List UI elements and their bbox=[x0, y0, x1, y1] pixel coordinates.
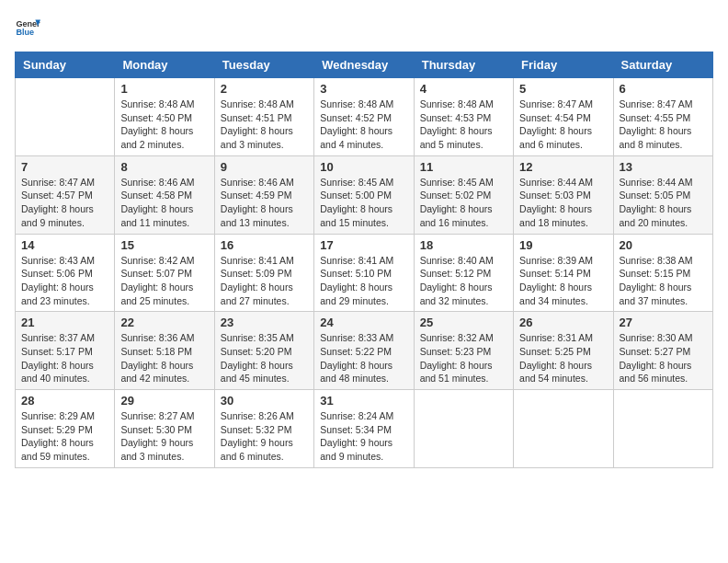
day-number: 5 bbox=[519, 82, 607, 96]
day-number: 11 bbox=[420, 160, 507, 174]
day-number: 22 bbox=[120, 316, 208, 329]
calendar-cell bbox=[514, 390, 613, 468]
calendar-cell: 25Sunrise: 8:32 AM Sunset: 5:23 PM Dayli… bbox=[414, 312, 513, 390]
day-number: 30 bbox=[221, 394, 308, 408]
calendar-cell: 28Sunrise: 8:29 AM Sunset: 5:29 PM Dayli… bbox=[16, 390, 115, 468]
day-number: 1 bbox=[120, 82, 208, 96]
day-info: Sunrise: 8:46 AM Sunset: 4:58 PM Dayligh… bbox=[120, 176, 208, 230]
calendar-cell: 11Sunrise: 8:45 AM Sunset: 5:02 PM Dayli… bbox=[414, 155, 513, 234]
header-day-saturday: Saturday bbox=[613, 52, 712, 78]
day-info: Sunrise: 8:48 AM Sunset: 4:52 PM Dayligh… bbox=[320, 98, 407, 152]
day-info: Sunrise: 8:24 AM Sunset: 5:34 PM Dayligh… bbox=[320, 409, 407, 464]
calendar-cell: 9Sunrise: 8:46 AM Sunset: 4:59 PM Daylig… bbox=[214, 155, 313, 234]
header-day-thursday: Thursday bbox=[414, 52, 513, 78]
day-number: 29 bbox=[120, 394, 208, 408]
calendar-cell: 20Sunrise: 8:38 AM Sunset: 5:15 PM Dayli… bbox=[613, 234, 712, 312]
header: General Blue bbox=[15, 15, 713, 40]
day-number: 21 bbox=[21, 316, 108, 329]
day-number: 17 bbox=[320, 238, 407, 252]
day-number: 18 bbox=[420, 238, 507, 252]
calendar-cell: 19Sunrise: 8:39 AM Sunset: 5:14 PM Dayli… bbox=[514, 234, 613, 312]
day-info: Sunrise: 8:44 AM Sunset: 5:03 PM Dayligh… bbox=[519, 176, 607, 230]
calendar-cell: 8Sunrise: 8:46 AM Sunset: 4:58 PM Daylig… bbox=[115, 155, 214, 234]
calendar-cell bbox=[414, 390, 513, 468]
day-info: Sunrise: 8:44 AM Sunset: 5:05 PM Dayligh… bbox=[620, 176, 707, 230]
day-info: Sunrise: 8:39 AM Sunset: 5:14 PM Dayligh… bbox=[519, 254, 607, 308]
day-info: Sunrise: 8:38 AM Sunset: 5:15 PM Dayligh… bbox=[620, 254, 707, 308]
week-row-2: 14Sunrise: 8:43 AM Sunset: 5:06 PM Dayli… bbox=[16, 234, 713, 312]
day-info: Sunrise: 8:41 AM Sunset: 5:09 PM Dayligh… bbox=[221, 254, 308, 308]
calendar-cell: 22Sunrise: 8:36 AM Sunset: 5:18 PM Dayli… bbox=[115, 312, 214, 390]
day-info: Sunrise: 8:47 AM Sunset: 4:57 PM Dayligh… bbox=[21, 176, 108, 230]
logo-icon: General Blue bbox=[15, 15, 40, 40]
calendar-cell: 10Sunrise: 8:45 AM Sunset: 5:00 PM Dayli… bbox=[314, 155, 414, 234]
week-row-1: 7Sunrise: 8:47 AM Sunset: 4:57 PM Daylig… bbox=[16, 155, 713, 234]
day-info: Sunrise: 8:43 AM Sunset: 5:06 PM Dayligh… bbox=[21, 254, 108, 308]
header-day-wednesday: Wednesday bbox=[314, 52, 414, 78]
day-info: Sunrise: 8:47 AM Sunset: 4:55 PM Dayligh… bbox=[620, 98, 707, 152]
day-info: Sunrise: 8:30 AM Sunset: 5:27 PM Dayligh… bbox=[620, 331, 707, 385]
day-number: 24 bbox=[320, 316, 407, 329]
day-number: 20 bbox=[620, 238, 707, 252]
calendar-cell: 30Sunrise: 8:26 AM Sunset: 5:32 PM Dayli… bbox=[214, 390, 313, 468]
day-number: 7 bbox=[21, 160, 108, 174]
week-row-3: 21Sunrise: 8:37 AM Sunset: 5:17 PM Dayli… bbox=[16, 312, 713, 390]
day-number: 8 bbox=[120, 160, 208, 174]
day-number: 12 bbox=[519, 160, 607, 174]
day-number: 15 bbox=[120, 238, 208, 252]
calendar-cell: 2Sunrise: 8:48 AM Sunset: 4:51 PM Daylig… bbox=[214, 78, 313, 156]
day-info: Sunrise: 8:45 AM Sunset: 5:02 PM Dayligh… bbox=[420, 176, 507, 230]
header-day-friday: Friday bbox=[514, 52, 613, 78]
header-day-tuesday: Tuesday bbox=[214, 52, 313, 78]
day-info: Sunrise: 8:42 AM Sunset: 5:07 PM Dayligh… bbox=[120, 254, 208, 308]
header-day-sunday: Sunday bbox=[16, 52, 115, 78]
day-number: 28 bbox=[21, 394, 108, 408]
day-info: Sunrise: 8:31 AM Sunset: 5:25 PM Dayligh… bbox=[519, 331, 607, 385]
day-number: 3 bbox=[320, 82, 407, 96]
day-number: 23 bbox=[221, 316, 308, 329]
day-info: Sunrise: 8:47 AM Sunset: 4:54 PM Dayligh… bbox=[519, 98, 607, 152]
calendar-cell: 3Sunrise: 8:48 AM Sunset: 4:52 PM Daylig… bbox=[314, 78, 414, 156]
calendar-cell bbox=[16, 78, 115, 156]
calendar-cell: 5Sunrise: 8:47 AM Sunset: 4:54 PM Daylig… bbox=[514, 78, 613, 156]
day-number: 26 bbox=[519, 316, 607, 329]
week-row-4: 28Sunrise: 8:29 AM Sunset: 5:29 PM Dayli… bbox=[16, 390, 713, 468]
day-number: 9 bbox=[221, 160, 308, 174]
day-number: 13 bbox=[620, 160, 707, 174]
day-info: Sunrise: 8:37 AM Sunset: 5:17 PM Dayligh… bbox=[21, 331, 108, 385]
day-info: Sunrise: 8:41 AM Sunset: 5:10 PM Dayligh… bbox=[320, 254, 407, 308]
calendar-cell: 6Sunrise: 8:47 AM Sunset: 4:55 PM Daylig… bbox=[613, 78, 712, 156]
day-info: Sunrise: 8:48 AM Sunset: 4:50 PM Dayligh… bbox=[120, 98, 208, 152]
calendar-cell: 17Sunrise: 8:41 AM Sunset: 5:10 PM Dayli… bbox=[314, 234, 414, 312]
day-info: Sunrise: 8:48 AM Sunset: 4:51 PM Dayligh… bbox=[221, 98, 308, 152]
day-info: Sunrise: 8:33 AM Sunset: 5:22 PM Dayligh… bbox=[320, 331, 407, 385]
day-info: Sunrise: 8:48 AM Sunset: 4:53 PM Dayligh… bbox=[420, 98, 507, 152]
calendar-header-row: SundayMondayTuesdayWednesdayThursdayFrid… bbox=[16, 52, 713, 78]
svg-text:Blue: Blue bbox=[16, 28, 34, 37]
day-number: 6 bbox=[620, 82, 707, 96]
calendar-cell: 1Sunrise: 8:48 AM Sunset: 4:50 PM Daylig… bbox=[115, 78, 214, 156]
day-number: 10 bbox=[320, 160, 407, 174]
day-info: Sunrise: 8:27 AM Sunset: 5:30 PM Dayligh… bbox=[120, 409, 208, 464]
calendar-cell: 14Sunrise: 8:43 AM Sunset: 5:06 PM Dayli… bbox=[16, 234, 115, 312]
day-number: 25 bbox=[420, 316, 507, 329]
day-number: 16 bbox=[221, 238, 308, 252]
calendar-cell: 12Sunrise: 8:44 AM Sunset: 5:03 PM Dayli… bbox=[514, 155, 613, 234]
day-number: 14 bbox=[21, 238, 108, 252]
calendar-cell: 7Sunrise: 8:47 AM Sunset: 4:57 PM Daylig… bbox=[16, 155, 115, 234]
calendar-cell: 4Sunrise: 8:48 AM Sunset: 4:53 PM Daylig… bbox=[414, 78, 513, 156]
day-number: 19 bbox=[519, 238, 607, 252]
calendar-cell: 21Sunrise: 8:37 AM Sunset: 5:17 PM Dayli… bbox=[16, 312, 115, 390]
calendar-cell: 26Sunrise: 8:31 AM Sunset: 5:25 PM Dayli… bbox=[514, 312, 613, 390]
day-number: 27 bbox=[620, 316, 707, 329]
calendar-cell: 15Sunrise: 8:42 AM Sunset: 5:07 PM Dayli… bbox=[115, 234, 214, 312]
calendar-cell: 31Sunrise: 8:24 AM Sunset: 5:34 PM Dayli… bbox=[314, 390, 414, 468]
day-number: 31 bbox=[320, 394, 407, 408]
calendar-cell bbox=[613, 390, 712, 468]
calendar-cell: 24Sunrise: 8:33 AM Sunset: 5:22 PM Dayli… bbox=[314, 312, 414, 390]
day-info: Sunrise: 8:36 AM Sunset: 5:18 PM Dayligh… bbox=[120, 331, 208, 385]
day-info: Sunrise: 8:32 AM Sunset: 5:23 PM Dayligh… bbox=[420, 331, 507, 385]
week-row-0: 1Sunrise: 8:48 AM Sunset: 4:50 PM Daylig… bbox=[16, 78, 713, 156]
calendar-cell: 16Sunrise: 8:41 AM Sunset: 5:09 PM Dayli… bbox=[214, 234, 313, 312]
calendar-cell: 23Sunrise: 8:35 AM Sunset: 5:20 PM Dayli… bbox=[214, 312, 313, 390]
